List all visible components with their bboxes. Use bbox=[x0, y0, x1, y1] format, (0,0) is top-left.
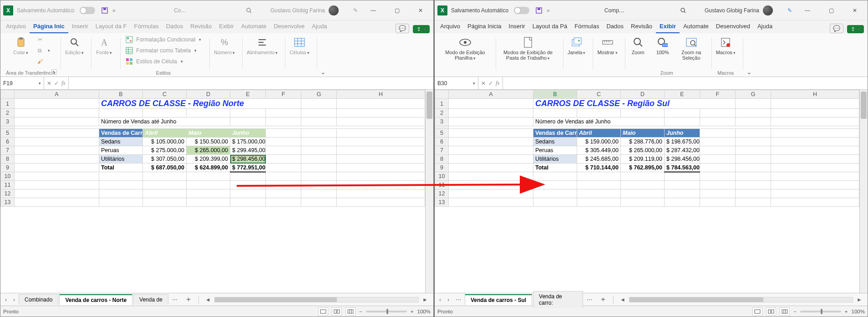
tab-inserir[interactable]: Inserir bbox=[505, 21, 529, 33]
user-avatar[interactable] bbox=[329, 5, 339, 15]
font-button[interactable]: A Fonte▾ bbox=[94, 35, 115, 56]
sheet-tab[interactable]: Combinado bbox=[19, 294, 58, 305]
row-11[interactable]: 11 bbox=[1, 181, 15, 189]
tab-overflow[interactable]: ⋯ bbox=[169, 297, 180, 303]
tab-layout[interactable]: Layout da Pá bbox=[529, 21, 571, 33]
row-8[interactable]: 8 bbox=[1, 155, 15, 164]
format-as-table-button[interactable]: Formatar como Tabela▾ bbox=[124, 46, 198, 55]
close-button[interactable]: ✕ bbox=[845, 4, 865, 17]
cell[interactable]: Peruas bbox=[533, 146, 577, 155]
cell[interactable]: $ 209.119,00 bbox=[621, 155, 665, 164]
zoom-value[interactable]: 100% bbox=[417, 309, 431, 314]
fx-icon[interactable]: fx bbox=[496, 80, 500, 87]
row-10[interactable]: 10 bbox=[1, 172, 15, 181]
format-painter-button[interactable]: 🖌 bbox=[35, 57, 51, 66]
cell[interactable]: Utilitários bbox=[533, 155, 577, 164]
alignment-button[interactable]: Alinhamento▾ bbox=[245, 35, 279, 56]
tab-overflow[interactable]: ⋯ bbox=[453, 297, 464, 303]
cell[interactable]: $ 275.000,00 bbox=[143, 146, 187, 155]
row-6[interactable]: 6 bbox=[435, 138, 449, 146]
new-sheet-button[interactable]: ＋ bbox=[181, 295, 196, 304]
workbook-views-button[interactable]: Modos de Exibição de Pasta de Trabalho▾ bbox=[498, 35, 558, 62]
col-E[interactable]: E bbox=[230, 90, 266, 99]
share-button[interactable]: ⇪▾ bbox=[413, 25, 430, 33]
fx-icon[interactable]: fx bbox=[61, 80, 66, 87]
cell[interactable]: Total bbox=[533, 164, 577, 172]
row-7[interactable]: 7 bbox=[435, 146, 449, 155]
row-8[interactable]: 8 bbox=[435, 155, 449, 164]
cell[interactable]: Sedans bbox=[99, 138, 143, 146]
tab-overflow[interactable]: ⋯ bbox=[584, 297, 595, 303]
horizontal-scrollbar[interactable]: ◄► bbox=[616, 297, 866, 303]
cell[interactable]: $ 175.000,00 bbox=[230, 138, 266, 146]
row-2[interactable]: 2 bbox=[1, 109, 15, 118]
tab-automate[interactable]: Automate bbox=[680, 21, 712, 33]
cell[interactable]: $ 287.432,00 bbox=[665, 146, 700, 155]
cell[interactable]: $ 772.951,00 bbox=[230, 164, 266, 172]
row-10[interactable]: 10 bbox=[435, 172, 449, 181]
spreadsheet-grid[interactable]: A B C D E F G H 1CARROS DE CLASSE - Regi… bbox=[0, 90, 425, 293]
row-5[interactable]: 5 bbox=[435, 129, 449, 138]
tab-desenvolvedor[interactable]: Desenvolve bbox=[270, 21, 308, 33]
col-G[interactable]: G bbox=[301, 90, 337, 99]
cell-styles-button[interactable]: Estilos de Célula▾ bbox=[124, 57, 183, 66]
vertical-scrollbar[interactable] bbox=[859, 90, 868, 293]
comments-icon[interactable]: 💬 bbox=[830, 24, 843, 33]
cancel-formula-icon[interactable]: ✕ bbox=[481, 80, 486, 87]
horizontal-scrollbar[interactable]: ◄► bbox=[202, 297, 431, 303]
pen-icon[interactable]: ✎ bbox=[351, 6, 360, 15]
zoom-value[interactable]: 100% bbox=[852, 309, 865, 314]
col-C[interactable]: C bbox=[143, 90, 187, 99]
zoom-slider[interactable] bbox=[366, 311, 407, 312]
cell[interactable]: $ 265.000,00 bbox=[621, 146, 665, 155]
col-B[interactable]: B bbox=[533, 90, 577, 99]
zoom-slider[interactable] bbox=[800, 311, 841, 312]
col-H[interactable]: H bbox=[337, 90, 425, 99]
copy-button[interactable]: ⧉▾ bbox=[35, 46, 51, 55]
name-box[interactable]: B30▾ bbox=[435, 77, 478, 89]
autosave-toggle[interactable] bbox=[80, 7, 95, 14]
zoom-button[interactable]: Zoom bbox=[628, 35, 649, 56]
qat-more-icon[interactable]: » bbox=[112, 7, 116, 14]
comments-icon[interactable]: 💬 bbox=[396, 24, 409, 33]
tab-nav-next[interactable]: › bbox=[10, 297, 18, 303]
col-F[interactable]: F bbox=[266, 90, 301, 99]
col-C[interactable]: C bbox=[577, 90, 621, 99]
cancel-formula-icon[interactable]: ✕ bbox=[47, 80, 51, 87]
row-9[interactable]: 9 bbox=[1, 164, 15, 172]
tab-arquivo[interactable]: Arquivo bbox=[2, 21, 30, 33]
tab-nav-next[interactable]: › bbox=[445, 297, 452, 303]
tab-automate[interactable]: Automate bbox=[238, 21, 270, 33]
minimize-button[interactable]: — bbox=[797, 4, 817, 17]
cell-selected[interactable]: $ 298.456,00 bbox=[230, 155, 266, 164]
row-13[interactable]: 13 bbox=[435, 198, 449, 207]
cell[interactable]: $ 245.685,00 bbox=[577, 155, 621, 164]
zoom-out-button[interactable]: − bbox=[793, 309, 797, 314]
col-D[interactable]: D bbox=[621, 90, 665, 99]
tab-formulas[interactable]: Fórmulas bbox=[131, 21, 162, 33]
formula-input[interactable] bbox=[69, 77, 433, 89]
col-A[interactable]: A bbox=[449, 90, 533, 99]
tab-layout[interactable]: Layout da F bbox=[92, 21, 131, 33]
row-1[interactable]: 1 bbox=[435, 99, 449, 109]
select-all-corner[interactable] bbox=[1, 90, 15, 99]
tab-inserir[interactable]: Inserir bbox=[68, 21, 92, 33]
cell[interactable]: $ 198.675,00 bbox=[665, 138, 700, 146]
cell[interactable]: $ 298.456,00 bbox=[665, 155, 700, 164]
cell[interactable]: $ 305.449,00 bbox=[577, 146, 621, 155]
cell[interactable]: $ 624.899,00 bbox=[187, 164, 230, 172]
cell[interactable]: $ 209.399,00 bbox=[187, 155, 230, 164]
clipboard-launcher[interactable]: ⬊ bbox=[51, 69, 57, 75]
row-5[interactable]: 5 bbox=[1, 129, 15, 138]
col-D[interactable]: D bbox=[187, 90, 230, 99]
cell[interactable]: Total bbox=[99, 164, 143, 172]
show-button[interactable]: Mostrar▾ bbox=[595, 35, 619, 56]
tab-nav-prev[interactable]: ‹ bbox=[437, 297, 444, 303]
maximize-button[interactable]: ▢ bbox=[387, 4, 407, 17]
ribbon-collapse[interactable]: ⌄ bbox=[743, 35, 755, 76]
tab-nav-prev[interactable]: ‹ bbox=[2, 297, 10, 303]
sheet-tab-active[interactable]: Venda de carros - Sul bbox=[465, 294, 532, 305]
number-button[interactable]: %Número▾ bbox=[212, 35, 237, 56]
col-B[interactable]: B bbox=[99, 90, 143, 99]
tab-pagina-inicial[interactable]: Página Inicia bbox=[464, 21, 505, 33]
